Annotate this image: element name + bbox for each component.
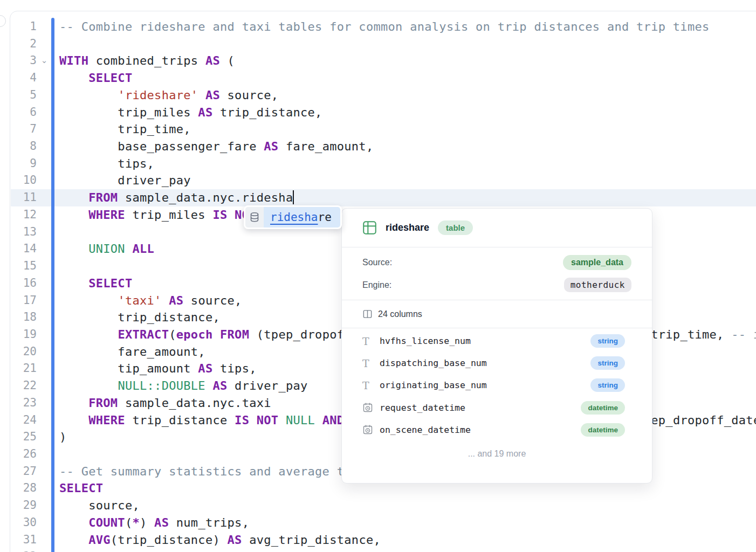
- code-line[interactable]: COUNT(*) AS num_trips,: [59, 514, 249, 532]
- code-token: [59, 379, 118, 392]
- code-line[interactable]: trip_distance,: [59, 309, 220, 326]
- code-line[interactable]: source,: [59, 497, 140, 514]
- code-token: tips,: [59, 157, 154, 170]
- code-token: ): [59, 430, 67, 444]
- code-line[interactable]: ): [59, 429, 67, 446]
- popup-header: rideshare table: [342, 209, 652, 247]
- code-line[interactable]: base_passenger_fare AS fare_amount,: [59, 138, 373, 155]
- code-token: avg_trip_distance,: [242, 533, 381, 547]
- code-token: SELECT: [88, 71, 132, 85]
- sql-editor-screen: 1-- Combine rideshare and taxi tables fo…: [0, 0, 756, 552]
- columns-icon: [362, 309, 373, 319]
- engine-value-badge: motherduck: [564, 278, 631, 292]
- line-number: 25: [11, 429, 37, 446]
- code-token: driver_pay: [59, 174, 191, 187]
- line-number: 14: [11, 240, 37, 258]
- code-line[interactable]: AVG(trip_distance) AS avg_trip_distance,: [59, 532, 381, 549]
- code-token: tip_amount: [59, 362, 198, 375]
- property-row-engine: Engine: motherduck: [362, 278, 631, 292]
- code-token: FROM: [88, 396, 118, 410]
- code-token: AS: [169, 294, 183, 307]
- code-token: WITH: [59, 54, 88, 67]
- fold-chevron-icon[interactable]: ⌄: [39, 52, 50, 70]
- column-name: hvfhs_license_num: [380, 336, 590, 346]
- code-line[interactable]: -- Combine rideshare and taxi tables for…: [59, 18, 710, 36]
- column-type-badge: string: [590, 356, 625, 370]
- column-name: on_scene_datetime: [380, 425, 581, 435]
- text-type-icon: T: [362, 357, 369, 369]
- code-token: (: [169, 328, 176, 341]
- code-line[interactable]: SELECT: [59, 275, 132, 292]
- column-name: dispatching_base_num: [380, 358, 590, 368]
- code-token: driver_pay: [228, 379, 308, 392]
- code-token: -- in minutes: [731, 328, 756, 341]
- code-token: fare_amount,: [278, 140, 373, 153]
- code-token: WHERE: [88, 208, 125, 222]
- line-number: 19: [11, 326, 37, 343]
- code-token: 'rideshare': [118, 88, 198, 102]
- column-row: request_datetimedatetime: [362, 401, 625, 415]
- code-token: EXTRACT: [118, 328, 169, 341]
- code-token: avg_trip_time,: [212, 550, 322, 552]
- line-number: 10: [11, 172, 37, 189]
- code-line[interactable]: driver_pay: [59, 172, 191, 189]
- column-type-badge: string: [590, 334, 625, 348]
- column-type-badge: datetime: [581, 423, 625, 437]
- datetime-type-icon: [362, 424, 373, 435]
- code-token: [59, 516, 88, 529]
- line-number: 13: [11, 224, 37, 241]
- code-line[interactable]: SELECT: [59, 70, 132, 87]
- line-number: 9: [11, 155, 37, 172]
- code-line[interactable]: FROM sample_data.nyc.ridesha: [59, 189, 294, 206]
- column-name: request_datetime: [380, 403, 581, 413]
- code-token: AS: [228, 533, 242, 547]
- code-token: [278, 413, 286, 427]
- code-line[interactable]: tip_amount AS tips,: [59, 360, 257, 377]
- code-line[interactable]: trip_miles AS trip_distance,: [59, 104, 322, 121]
- code-token: (: [220, 54, 235, 67]
- code-token: [212, 328, 220, 341]
- code-token: tips,: [212, 362, 256, 375]
- code-token: AS: [198, 550, 212, 552]
- code-line[interactable]: WITH combined_trips AS (: [59, 52, 235, 70]
- line-number: 7: [11, 121, 37, 138]
- code-line[interactable]: UNION ALL: [59, 240, 154, 258]
- code-line[interactable]: NULL::DOUBLE AS driver_pay: [59, 377, 308, 395]
- code-token: [59, 328, 118, 341]
- code-token: [198, 88, 205, 102]
- line-number: 5: [11, 87, 37, 104]
- code-token: [59, 396, 88, 410]
- more-columns-text: ... and 19 more: [342, 443, 652, 483]
- code-token: (trip_time): [111, 550, 198, 552]
- popup-table-name: rideshare: [386, 222, 429, 233]
- code-token: num_trips,: [169, 516, 249, 529]
- line-number: 12: [11, 206, 37, 224]
- code-token: (: [125, 516, 133, 529]
- code-line[interactable]: AVG(trip_time) AS avg_trip_time,: [59, 548, 322, 552]
- line-number: 15: [11, 258, 37, 275]
- code-token: [59, 242, 88, 256]
- columns-count-row: 24 columns: [342, 300, 652, 328]
- code-line[interactable]: FROM sample_data.nyc.taxi: [59, 395, 271, 412]
- code-token: trip_distance,: [212, 106, 322, 119]
- code-token: base_passenger_fare: [59, 140, 264, 153]
- code-line[interactable]: trip_time,: [59, 121, 191, 138]
- code-line[interactable]: fare_amount,: [59, 343, 205, 361]
- line-number: 8: [11, 138, 37, 155]
- line-number: 28: [11, 480, 37, 497]
- code-line[interactable]: SELECT: [59, 480, 103, 497]
- code-line[interactable]: tips,: [59, 155, 154, 172]
- engine-label: Engine:: [362, 280, 391, 290]
- code-token: [59, 294, 118, 307]
- line-number: 24: [11, 412, 37, 429]
- autocomplete-matched-text: ridesha: [270, 211, 318, 224]
- code-line[interactable]: 'rideshare' AS source,: [59, 87, 278, 104]
- autocomplete-item-rideshare[interactable]: rideshare: [264, 207, 340, 227]
- popup-properties: Source: sample_data Engine: motherduck: [342, 247, 652, 300]
- code-line[interactable]: 'taxi' AS source,: [59, 292, 242, 309]
- column-type-badge: datetime: [581, 401, 625, 415]
- source-label: Source:: [362, 258, 392, 267]
- code-token: FROM: [88, 191, 118, 204]
- code-token: [59, 413, 88, 427]
- code-token: 'taxi': [118, 294, 161, 307]
